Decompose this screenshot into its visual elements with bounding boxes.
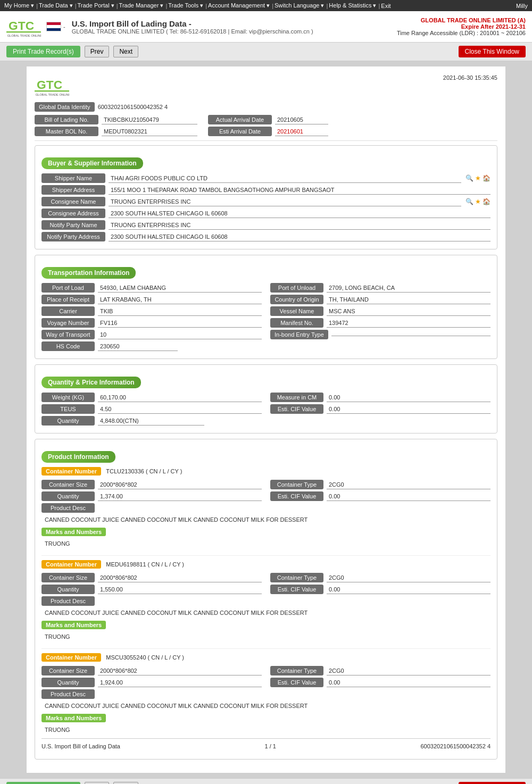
port-of-load-label: Port of Load [41,283,95,293]
c2-desc-value: CANNED COCONUT JUICE CANNED COCONUT MILK… [41,608,491,618]
c1-desc-label: Product Desc [41,503,95,513]
way-of-transport-label: Way of Transport [41,330,95,339]
c3-type-label: Container Type [270,666,323,675]
container-3-number-value: MSCU3055240 ( CN / L / CY ) [106,654,184,661]
way-of-transport-col: Way of Transport 10 [41,330,262,339]
svg-rect-6 [35,90,69,91]
container-1: Container Number TCLU2130336 ( CN / L / … [41,467,491,547]
c1-desc-value: CANNED COCONUT JUICE CANNED COCONUT MILK… [41,515,491,524]
logo-area: GTC GLOBAL TRADE ONLINE LIMITED - U.S. I… [6,15,313,38]
c2-qty-col: Quantity 1,550.00 [41,585,262,594]
consignee-search-icon[interactable]: 🔍 [466,198,473,205]
close-button-bottom[interactable]: Close This Window [459,782,526,784]
esti-arrival-value: 20210601 [275,127,328,136]
carrier-label: Carrier [41,306,95,316]
c3-cif-value: 0.00 [327,678,491,687]
product-info-section: Product Information Container Number TCL… [35,439,497,760]
vessel-name-col: Vessel Name MSC ANS [270,306,491,316]
c3-qty-value: 1,924.00 [98,678,262,687]
notify-address-row: Notify Party Address 2300 SOUTH HALSTED … [41,232,491,241]
manifest-col: Manifest No. 139472 [270,318,491,328]
nav-exit[interactable]: Exit [381,3,390,9]
actual-arrival-col: Actual Arrival Date 20210605 [208,115,328,124]
c2-marks-value: TRUONG [41,633,491,640]
qp-row1: Weight (KG) 60,170.00 Measure in CM 0.00 [41,393,491,402]
consignee-name-row: Consignee Name TRUONG ENTERPRISES INC 🔍 … [41,197,491,206]
c3-size-col: Container Size 2000*806*802 [41,666,262,675]
next-button-bottom[interactable]: Next [113,782,138,784]
measure-value: 0.00 [327,393,491,402]
nav-switch-language[interactable]: Switch Language ▾ [275,2,324,9]
consignee-icons: 🔍 ★ 🏠 [466,198,491,205]
quantity-row: Quantity 4,848.00(CTN) [41,416,491,426]
record-gtc-logo: GTC GLOBAL TRADE ONLINE LIMITED [35,74,69,97]
c3-cif-label: Esti. CIF Value [270,678,323,687]
c3-marks-badge: Marks and Numbers [41,714,106,722]
prev-button-top[interactable]: Prev [85,46,110,57]
star-icon[interactable]: ★ [475,174,481,182]
container-1-row1: Container Size 2000*806*802 Container Ty… [41,480,491,489]
nav-trade-manager[interactable]: Trade Manager ▾ [119,2,164,9]
notify-address-label: Notify Party Address [41,232,105,241]
transport-row1: Port of Load 54930, LAEM CHABANG Port of… [41,283,491,293]
c2-size-col: Container Size 2000*806*802 [41,573,262,582]
nav-trade-portal[interactable]: Trade Portal ▾ [78,2,114,9]
country-of-origin-value: TH, THAILAND [327,295,491,304]
next-button-top[interactable]: Next [113,46,138,57]
hs-code-value: 230650 [98,342,178,351]
c3-qty-col: Quantity 1,924.00 [41,678,262,687]
c2-type-value: 2CG0 [327,573,491,582]
port-of-unload-label: Port of Unload [270,283,323,293]
us-flag-icon [46,22,61,31]
c1-desc-row: Product Desc [41,503,491,513]
weight-label: Weight (KG) [41,393,95,402]
notify-address-value: 2300 SOUTH HALSTED CHICAGO IL 60608 [109,232,491,241]
consignee-star-icon[interactable]: ★ [475,198,481,205]
c1-size-col: Container Size 2000*806*802 [41,480,262,489]
nav-help-statistics[interactable]: Help & Statistics ▾ [329,2,376,9]
c3-desc-label: Product Desc [41,689,95,699]
c1-size-label: Container Size [41,480,95,489]
country-of-origin-col: Country of Origin TH, THAILAND [270,295,491,304]
print-button-bottom[interactable]: Print Trade Record(s) [6,782,80,784]
c2-marks-badge: Marks and Numbers [41,621,106,629]
manifest-value: 139472 [327,319,491,328]
page-title: U.S. Import Bill of Lading Data - [72,19,313,28]
master-bol-value: MEDUT0802321 [102,127,197,136]
nav-trade-tools[interactable]: Trade Tools ▾ [168,2,203,9]
c2-cif-label: Esti. CIF Value [270,585,323,594]
container-1-row2: Quantity 1,374.00 Esti. CIF Value 0.00 [41,491,491,501]
transport-row3: Carrier TKIB Vessel Name MSC ANS [41,306,491,316]
c2-desc-row: Product Desc [41,596,491,606]
c2-type-label: Container Type [270,573,323,582]
c3-marks-value: TRUONG [41,727,491,733]
voyage-number-col: Voyage Number FV116 [41,318,262,328]
prev-button-bottom[interactable]: Prev [85,782,110,784]
c3-desc-row: Product Desc [41,689,491,699]
c1-marks-badge: Marks and Numbers [41,528,106,536]
search-icon[interactable]: 🔍 [466,174,473,182]
master-bol-col: Master BOL No. MEDUT0802321 [35,127,197,136]
consignee-home-icon[interactable]: 🏠 [483,198,491,205]
bottom-action-bar: Print Trade Record(s) Prev Next Close Th… [0,778,532,784]
home-icon[interactable]: 🏠 [483,174,491,182]
quantity-value: 4,848.00(CTN) [98,416,204,426]
flag-separator: - [63,23,65,30]
bol-col: Bill of Lading No. TKIBCBKU21050479 [35,115,197,124]
nav-trade-data[interactable]: Trade Data ▾ [39,2,73,9]
c1-cif-col: Esti. CIF Value 0.00 [270,491,491,501]
master-bol-label: Master BOL No. [35,127,98,136]
print-button-top[interactable]: Print Trade Record(s) [6,46,80,57]
global-data-label: Global Data Identity [35,102,95,112]
nav-account-management[interactable]: Account Management ▾ [208,2,270,9]
container-2-number-value: MEDU6198811 ( CN / L / CY ) [106,561,184,568]
container-2-row1: Container Size 2000*806*802 Container Ty… [41,573,491,582]
transport-row2: Place of Receipt LAT KRABANG, TH Country… [41,295,491,304]
c1-cif-value: 0.00 [327,492,491,501]
record-datetime: 2021-06-30 15:35:45 [443,74,497,81]
nav-my-home[interactable]: My Home ▾ [4,2,34,9]
close-button-top[interactable]: Close This Window [459,46,526,57]
actual-arrival-value: 20210605 [275,115,328,124]
measure-label: Measure in CM [270,393,323,402]
c2-cif-col: Esti. CIF Value 0.00 [270,585,491,594]
